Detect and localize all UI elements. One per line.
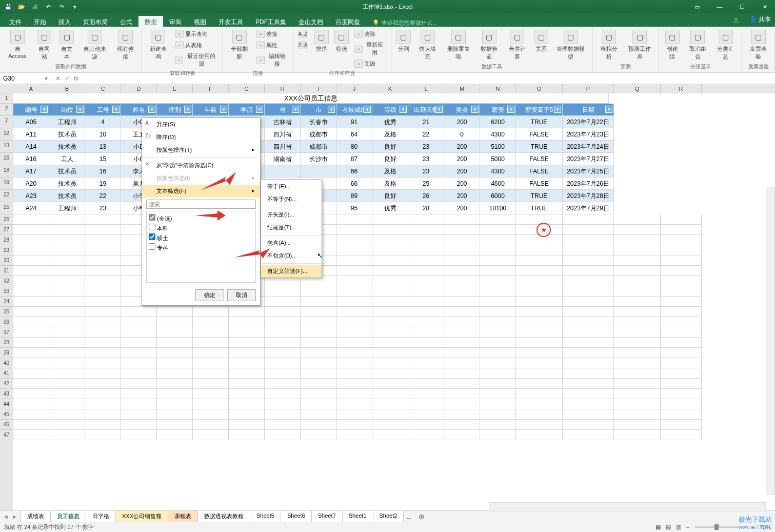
col-header[interactable]: I	[301, 84, 336, 93]
ribbon-btn-自网站[interactable]: ▢自网站	[34, 29, 54, 62]
table-cell[interactable]: 200	[444, 153, 480, 165]
filter-value-item[interactable]: 硕士	[149, 233, 253, 243]
sort-btn[interactable]: A↓Z	[296, 29, 310, 39]
empty-row[interactable]	[13, 327, 775, 338]
table-cell[interactable]: 13	[85, 141, 121, 153]
tab-百度网盘[interactable]: 百度网盘	[329, 16, 366, 28]
table-cell[interactable]: 技术员	[49, 128, 85, 141]
col-header[interactable]: K	[372, 84, 408, 93]
share-button[interactable]: 👤 共享	[749, 15, 771, 24]
empty-row[interactable]	[13, 420, 775, 430]
tab-审阅[interactable]: 审阅	[163, 16, 188, 28]
empty-row[interactable]	[13, 368, 775, 379]
col-header[interactable]: F	[193, 84, 229, 93]
cancel-button[interactable]: 取消	[227, 289, 256, 301]
row-header[interactable]: 34	[0, 297, 13, 307]
row-header[interactable]: 28	[0, 235, 13, 245]
sheet-tab-Sheet1[interactable]: Sheet1	[342, 510, 373, 523]
table-cell[interactable]: 2023年7月24日	[563, 141, 614, 153]
table-cell[interactable]: 23	[85, 202, 121, 214]
table-cell[interactable]: 良好	[372, 190, 408, 202]
row-header[interactable]: 32	[0, 276, 13, 286]
save-icon[interactable]: 💾	[4, 3, 12, 11]
table-cell[interactable]: A24	[13, 202, 49, 214]
table-cell[interactable]: A11	[13, 128, 49, 141]
sort-by-color-item[interactable]: 按颜色排序(T)▸	[142, 144, 260, 156]
tab-开始[interactable]: 开始	[28, 16, 52, 28]
empty-row[interactable]	[13, 348, 775, 358]
table-cell[interactable]	[265, 165, 301, 178]
submenu-item[interactable]: 开头是(I)...	[261, 208, 322, 221]
filter-button[interactable]: ▾	[184, 106, 191, 113]
sort-btn[interactable]: Z↓A	[296, 40, 310, 50]
table-cell[interactable]: TRUE	[516, 116, 563, 128]
table-cell[interactable]: 200	[444, 190, 480, 202]
empty-row[interactable]	[13, 338, 775, 348]
sheet-tab-课程表[interactable]: 课程表	[168, 510, 198, 523]
filter-button[interactable]: ▾	[112, 106, 120, 113]
sheet-tab-Sheet7[interactable]: Sheet7	[311, 510, 343, 523]
table-cell[interactable]: 技术员	[49, 165, 85, 178]
sheet-tab-员工信息[interactable]: 员工信息	[50, 510, 86, 523]
filter-button[interactable]: ▾	[148, 106, 155, 113]
table-cell[interactable]: 6000	[480, 190, 516, 202]
filter-button[interactable]: ▾	[364, 106, 371, 113]
table-cell[interactable]: 5100	[480, 141, 516, 153]
sheet-tab-成绩表[interactable]: 成绩表	[21, 510, 51, 523]
cancel-fx-icon[interactable]: ✕	[55, 75, 61, 82]
table-cell[interactable]: 优秀	[372, 202, 408, 214]
table-cell[interactable]: 200	[444, 141, 480, 153]
sheet-tab-XXX公司销售额[interactable]: XXX公司销售额	[115, 510, 168, 523]
empty-row[interactable]	[13, 389, 775, 399]
tab-开发工具[interactable]: 开发工具	[212, 16, 249, 28]
ribbon-btn-合并计算[interactable]: ▢合并计算	[504, 29, 530, 62]
table-cell[interactable]: TRUE	[516, 141, 563, 153]
tab-公式[interactable]: 公式	[114, 16, 138, 28]
ribbon-btn-分类汇总[interactable]: ▢分类汇总	[713, 29, 739, 62]
table-cell[interactable]: 2023年7月22日	[563, 116, 614, 128]
empty-row[interactable]	[13, 255, 775, 266]
ribbon-btn-预测工作表[interactable]: ▢预测工作表	[624, 29, 655, 62]
table-cell[interactable]: 2023年7月23日	[563, 128, 614, 141]
print-icon[interactable]: 🖨	[31, 3, 39, 11]
close-icon[interactable]: ✕	[754, 0, 775, 13]
col-header[interactable]: C	[85, 84, 121, 93]
vertical-scrollbar[interactable]	[766, 187, 775, 495]
table-cell[interactable]: 4600	[480, 178, 516, 190]
row-header[interactable]: 33	[0, 286, 13, 297]
fx-icon[interactable]: fx	[74, 75, 78, 82]
row-header[interactable]: 43	[0, 389, 13, 399]
ribbon-btn-自 Access[interactable]: ▢自 Access	[3, 29, 32, 60]
empty-row[interactable]	[13, 297, 775, 307]
horizontal-scrollbar[interactable]	[489, 502, 766, 511]
table-cell[interactable]: 15	[85, 153, 121, 165]
ok-button[interactable]: 确定	[195, 289, 224, 301]
tab-金山文档[interactable]: 金山文档	[292, 16, 329, 28]
row-header[interactable]: 19	[0, 178, 13, 190]
table-cell[interactable]: 工程师	[49, 202, 85, 214]
table-cell[interactable]: 2023年7月29日	[563, 202, 614, 214]
table-cell[interactable]: 四川省	[265, 128, 301, 141]
ribbon-btn-取消组合[interactable]: ▢取消组合	[685, 29, 711, 62]
table-cell[interactable]: 2023年7月26日	[563, 178, 614, 190]
table-cell[interactable]: 95	[336, 202, 372, 214]
enter-fx-icon[interactable]: ✓	[65, 75, 70, 82]
filter-search[interactable]	[146, 200, 256, 209]
table-cell[interactable]: A23	[13, 190, 49, 202]
ribbon-btn-创建组[interactable]: ▢创建组	[662, 29, 683, 62]
table-cell[interactable]: 64	[336, 128, 372, 141]
empty-row[interactable]	[13, 266, 775, 276]
row-header[interactable]: 41	[0, 368, 13, 379]
ribbon-btn-现有连接[interactable]: ▢现有连接	[112, 29, 138, 62]
ribbon-btn-全部刷新[interactable]: ▢全部刷新	[226, 29, 252, 62]
table-cell[interactable]: 200	[444, 165, 480, 178]
table-cell[interactable]: 及格	[372, 128, 408, 141]
table-cell[interactable]: 87	[336, 153, 372, 165]
table-cell[interactable]: 28	[408, 202, 444, 214]
table-cell[interactable]: 0	[444, 128, 480, 141]
filter-button[interactable]: ▾	[256, 106, 263, 113]
empty-row[interactable]	[13, 409, 775, 420]
ribbon-btn-新建查询[interactable]: ▢新建查询	[145, 29, 171, 62]
empty-row[interactable]	[13, 276, 775, 286]
row-header[interactable]: 16	[0, 153, 13, 165]
